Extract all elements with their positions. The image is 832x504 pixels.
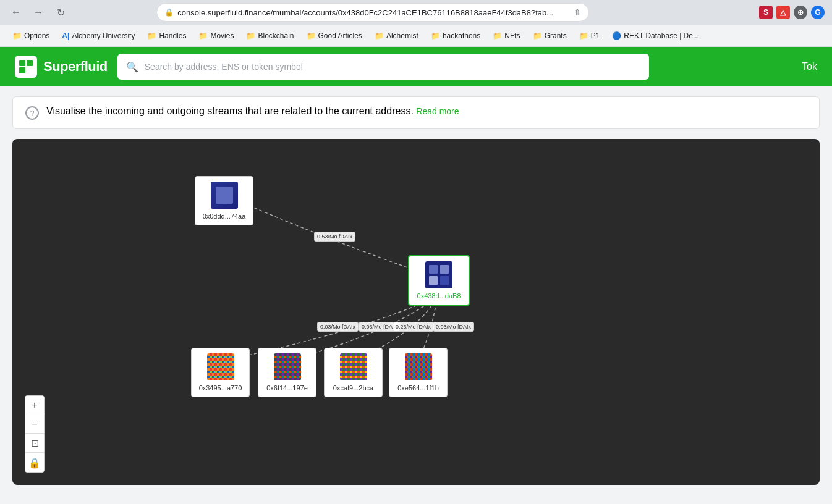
back-button[interactable]: ← (7, 4, 25, 21)
bookmark-blockchain[interactable]: 📁 Blockchain (241, 29, 299, 43)
bookmark-movies[interactable]: 📁 Movies (193, 29, 239, 43)
address-bar[interactable]: 🔒 console.superfluid.finance/mumbai/acco… (156, 3, 589, 22)
extension-icon-4[interactable]: G (811, 6, 825, 19)
edge-label-2: 0.03/Mo fDAIx (317, 322, 359, 332)
share-icon: ⇧ (574, 7, 581, 17)
browser-chrome: ← → ↻ 🔒 console.superfluid.finance/mumba… (0, 0, 832, 47)
logo-text: Superfluid (43, 59, 108, 75)
lock-button[interactable]: 🔒 (25, 453, 44, 472)
node-label-2: 0x438d...daB8 (417, 292, 461, 300)
lock-icon: 🔒 (164, 8, 174, 17)
flow-canvas[interactable]: 0x0ddd...74aa 0x438d...daB8 0.53/Mo fDAI… (12, 139, 820, 485)
node-avatar-5 (340, 353, 367, 380)
node-avatar-3 (207, 353, 234, 380)
bookmark-grants[interactable]: 📁 Grants (528, 29, 572, 43)
node-avatar-1 (211, 182, 238, 209)
forward-button[interactable]: → (30, 4, 47, 21)
node-avatar-6 (405, 353, 432, 380)
search-icon: 🔍 (126, 61, 138, 73)
extension-icon-2[interactable]: △ (776, 6, 790, 19)
extension-icon-3[interactable]: ⊕ (794, 6, 807, 19)
browser-nav-bar: ← → ↻ 🔒 console.superfluid.finance/mumba… (0, 0, 832, 25)
logo-icon (15, 56, 37, 78)
search-bar[interactable]: 🔍 Search by address, ENS or token symbol (117, 54, 649, 80)
info-bar: ? Visualise the incoming and outgoing st… (12, 96, 820, 129)
info-text: Visualise the incoming and outgoing stre… (46, 106, 459, 117)
zoom-in-button[interactable]: + (25, 396, 44, 414)
header-right: Tok (802, 61, 817, 72)
zoom-out-button[interactable]: − (25, 415, 44, 434)
edge-label-5: 0.03/Mo fDAIx (433, 322, 474, 332)
edge-label-1: 0.53/Mo fDAIx (314, 232, 355, 242)
extension-icon-1[interactable]: S (759, 6, 773, 19)
bookmarks-bar: 📁 Options A| Alchemy University 📁 Handle… (0, 25, 832, 47)
bookmark-rekt[interactable]: 🔵 REKT Database | De... (607, 29, 704, 43)
node-label-4: 0x6f14...197e (266, 384, 308, 392)
edge-label-4: 0.26/Mo fDAIx (393, 322, 434, 332)
flow-node-4[interactable]: 0x6f14...197e (258, 348, 316, 397)
app-header: Superfluid 🔍 Search by address, ENS or t… (0, 47, 832, 86)
address-text: console.superfluid.finance/mumbai/accoun… (177, 8, 570, 17)
svg-rect-3 (27, 67, 33, 74)
node-avatar-2 (425, 261, 452, 288)
bookmark-options[interactable]: 📁 Options (7, 29, 54, 43)
flow-node-3[interactable]: 0x3495...a770 (191, 348, 250, 397)
node-label-3: 0x3495...a770 (199, 384, 242, 392)
flow-node-1[interactable]: 0x0ddd...74aa (195, 176, 253, 225)
svg-rect-2 (19, 67, 25, 74)
flow-node-2[interactable]: 0x438d...daB8 (408, 255, 470, 306)
tok-label: Tok (802, 61, 817, 72)
search-placeholder: Search by address, ENS or token symbol (145, 62, 640, 72)
browser-extensions: S △ ⊕ G (759, 6, 825, 19)
reload-button[interactable]: ↻ (52, 4, 69, 21)
bookmark-handles[interactable]: 📁 Handles (142, 29, 191, 43)
svg-rect-1 (27, 60, 33, 66)
flow-node-5[interactable]: 0xcaf9...2bca (324, 348, 383, 397)
app-logo[interactable]: Superfluid (15, 56, 108, 78)
node-label-6: 0xe564...1f1b (397, 384, 439, 392)
svg-rect-0 (19, 60, 25, 66)
zoom-controls: + − ⊡ 🔒 (25, 395, 45, 472)
fit-button[interactable]: ⊡ (25, 434, 44, 453)
node-label-5: 0xcaf9...2bca (333, 384, 373, 392)
node-avatar-4 (274, 353, 301, 380)
bookmark-nfts[interactable]: 📁 NFts (488, 29, 525, 43)
help-icon: ? (25, 106, 39, 120)
bookmark-hackathons[interactable]: 📁 hackathons (426, 29, 485, 43)
bookmark-good-articles[interactable]: 📁 Good Articles (302, 29, 367, 43)
connections-svg (12, 139, 820, 485)
read-more-link[interactable]: Read more (416, 106, 459, 116)
flow-node-6[interactable]: 0xe564...1f1b (389, 348, 448, 397)
bookmark-alchemist[interactable]: 📁 Alchemist (370, 29, 423, 43)
bookmark-alchemy-university[interactable]: A| Alchemy University (57, 29, 140, 43)
bookmark-p1[interactable]: 📁 P1 (574, 29, 605, 43)
node-label-1: 0x0ddd...74aa (203, 212, 246, 220)
